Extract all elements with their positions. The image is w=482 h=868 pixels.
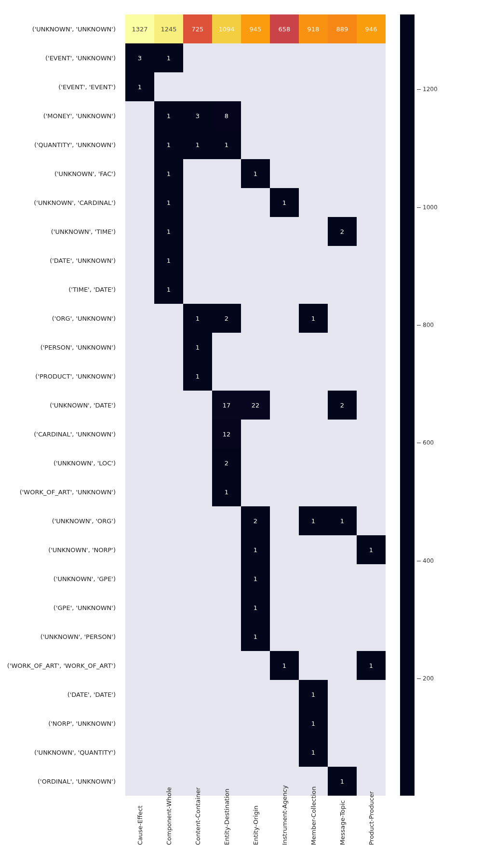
colorbar-tick-label: 1000 <box>423 204 438 211</box>
heatmap-cell <box>241 738 270 767</box>
heatmap-cell: 1 <box>328 767 357 796</box>
y-tick-label: ('GPE', 'UNKNOWN') <box>0 593 120 622</box>
heatmap-cell <box>125 246 154 275</box>
heatmap-cell <box>328 246 357 275</box>
heatmap-cell <box>125 622 154 651</box>
heatmap-cell: 1 <box>241 564 270 593</box>
heatmap-row: 1 <box>125 680 386 709</box>
heatmap-cell: 1 <box>328 506 357 535</box>
heatmap-cell: 1 <box>154 275 183 304</box>
heatmap-cell <box>183 188 212 217</box>
heatmap-row: 1 <box>125 622 386 651</box>
heatmap-cell: 1 <box>299 680 328 709</box>
heatmap-cell <box>241 767 270 796</box>
heatmap-cell <box>183 43 212 72</box>
colorbar-tick-label: 200 <box>423 675 434 682</box>
heatmap-cell <box>328 593 357 622</box>
x-tick-label: Component-Whole <box>165 816 173 845</box>
heatmap-cell <box>270 680 299 709</box>
x-tick-label: Entity-Destination <box>223 816 230 845</box>
heatmap-cell <box>241 333 270 362</box>
colorbar-tick-label: 400 <box>423 557 434 564</box>
heatmap-cell <box>241 43 270 72</box>
y-tick-label: ('UNKNOWN', 'ORG') <box>0 506 120 535</box>
heatmap-cell <box>125 738 154 767</box>
heatmap-cell: 1 <box>154 130 183 159</box>
heatmap-cell: 3 <box>125 43 154 72</box>
heatmap-cell: 1 <box>183 304 212 333</box>
heatmap-cell: 1 <box>299 709 328 738</box>
heatmap-cell <box>299 477 328 506</box>
heatmap-cell: 1245 <box>154 14 183 43</box>
heatmap-cell <box>357 72 386 101</box>
heatmap-cell <box>154 564 183 593</box>
heatmap-cell <box>183 651 212 680</box>
heatmap-row: 2 <box>125 448 386 477</box>
heatmap-cell <box>328 680 357 709</box>
heatmap-row: 211 <box>125 506 386 535</box>
heatmap-cell <box>328 72 357 101</box>
colorbar-tick: 600 <box>417 439 434 446</box>
heatmap-cell <box>154 304 183 333</box>
heatmap-cell <box>241 448 270 477</box>
heatmap-cell: 1 <box>241 159 270 188</box>
heatmap-cell <box>357 564 386 593</box>
heatmap-cell: 1327 <box>125 14 154 43</box>
heatmap-cell <box>212 275 241 304</box>
y-tick-label: ('DATE', 'UNKNOWN') <box>0 246 120 275</box>
heatmap-cell: 2 <box>328 217 357 246</box>
y-tick-label: ('WORK_OF_ART', 'UNKNOWN') <box>0 477 120 506</box>
heatmap-cell <box>270 448 299 477</box>
heatmap-cell <box>183 159 212 188</box>
heatmap-cell <box>299 651 328 680</box>
heatmap-row: 1 <box>125 593 386 622</box>
heatmap-cell <box>212 362 241 391</box>
colorbar-tick: 200 <box>417 675 434 682</box>
heatmap-cell <box>154 420 183 448</box>
heatmap-cell: 946 <box>357 14 386 43</box>
heatmap-cell <box>125 275 154 304</box>
heatmap-cell <box>212 593 241 622</box>
heatmap-cell <box>125 651 154 680</box>
heatmap-row: 138 <box>125 101 386 130</box>
y-tick-label: ('EVENT', 'UNKNOWN') <box>0 43 120 72</box>
heatmap-cell: 1 <box>357 535 386 564</box>
heatmap-cell: 1 <box>270 651 299 680</box>
heatmap-cell <box>357 43 386 72</box>
heatmap-cell <box>357 709 386 738</box>
heatmap-row: 17222 <box>125 391 386 420</box>
colorbar-tick: 400 <box>417 557 434 564</box>
heatmap-cell <box>154 680 183 709</box>
y-tick-label: ('DATE', 'DATE') <box>0 680 120 709</box>
heatmap-cell <box>241 420 270 448</box>
colorbar <box>400 14 415 796</box>
heatmap-cell <box>125 680 154 709</box>
heatmap-cell: 2 <box>241 506 270 535</box>
heatmap-cell <box>183 622 212 651</box>
heatmap-cell <box>328 362 357 391</box>
heatmap-cell <box>270 43 299 72</box>
heatmap-cell <box>183 680 212 709</box>
heatmap-row: 1 <box>125 709 386 738</box>
heatmap-cell <box>125 506 154 535</box>
heatmap-cell: 1 <box>241 593 270 622</box>
heatmap-cell: 2 <box>212 448 241 477</box>
heatmap-cell <box>299 535 328 564</box>
heatmap-cell <box>125 391 154 420</box>
y-tick-label: ('TIME', 'DATE') <box>0 275 120 304</box>
heatmap-cell <box>125 448 154 477</box>
heatmap-row: 31 <box>125 43 386 72</box>
heatmap-cell <box>328 101 357 130</box>
heatmap-cell <box>328 130 357 159</box>
heatmap-cell <box>328 709 357 738</box>
heatmap-cell <box>357 333 386 362</box>
heatmap-cell <box>212 680 241 709</box>
colorbar-tick-label: 800 <box>423 322 434 328</box>
heatmap-cell <box>183 391 212 420</box>
heatmap-cell: 1 <box>241 622 270 651</box>
heatmap-cell <box>299 246 328 275</box>
heatmap-cell <box>357 477 386 506</box>
heatmap-cell: 1 <box>154 246 183 275</box>
heatmap-row: 1 <box>125 333 386 362</box>
heatmap-cell <box>212 43 241 72</box>
